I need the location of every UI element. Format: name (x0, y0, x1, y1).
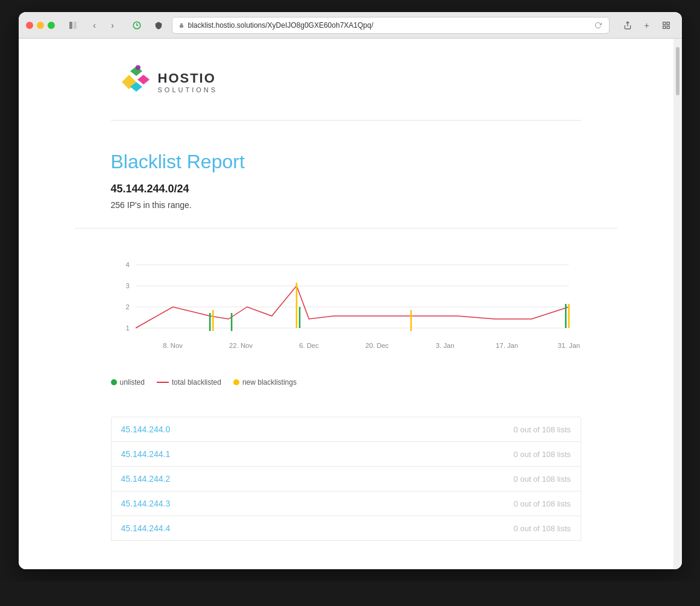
total-blacklisted-line (157, 382, 169, 383)
ip-link[interactable]: 45.144.244.4 (121, 523, 171, 533)
unlisted-label: unlisted (120, 378, 145, 387)
ip-count: 256 IP's in this range. (111, 200, 581, 210)
tab-overview-button[interactable] (658, 17, 675, 34)
ip-status: 0 out of 108 lists (514, 499, 571, 508)
chart-section: 4 3 2 1 (111, 241, 581, 399)
refresh-button[interactable] (128, 17, 145, 34)
browser-window: ‹ › blacklist.hostio.solutions/XyDeIJO8g… (19, 12, 682, 569)
ip-link[interactable]: 45.144.244.3 (121, 499, 171, 508)
traffic-lights (26, 22, 55, 29)
svg-rect-0 (69, 22, 72, 29)
page-content: HOSTIO SOLUTIONS Blacklist Report 45.144… (75, 39, 617, 564)
legend-unlisted: unlisted (111, 378, 145, 387)
svg-text:3. Jan: 3. Jan (435, 342, 454, 349)
legend-new-blacklistings: new blacklistings (233, 378, 297, 387)
scrollbar[interactable] (673, 39, 682, 569)
browser-titlebar: ‹ › blacklist.hostio.solutions/XyDeIJO8g… (19, 12, 682, 39)
url-text: blacklist.hostio.solutions/XyDeIJO8g0GXE… (188, 21, 374, 30)
svg-text:1: 1 (125, 324, 129, 332)
reload-url-button[interactable] (593, 21, 603, 30)
sidebar-toggle-button[interactable] (65, 17, 81, 34)
svg-rect-5 (667, 22, 669, 24)
svg-rect-7 (667, 26, 669, 28)
svg-text:17. Jan: 17. Jan (496, 342, 518, 349)
ip-row: 45.144.244.10 out of 108 lists (111, 441, 581, 467)
new-blacklistings-dot (233, 379, 239, 385)
shield-button[interactable] (150, 17, 167, 34)
logo-text: HOSTIO SOLUTIONS (158, 71, 218, 93)
report-header: Blacklist Report 45.144.244.0/24 256 IP'… (111, 151, 581, 210)
ip-status: 0 out of 108 lists (514, 475, 571, 484)
maximize-button[interactable] (48, 22, 55, 29)
ip-link[interactable]: 45.144.244.2 (121, 474, 171, 484)
svg-point-12 (136, 65, 140, 70)
toolbar-right: + (619, 17, 675, 34)
lock-icon (178, 22, 184, 28)
new-tab-button[interactable]: + (639, 17, 655, 34)
report-title: Blacklist Report (111, 151, 581, 173)
logo-container: HOSTIO SOLUTIONS (111, 63, 581, 102)
svg-text:22. Nov: 22. Nov (229, 342, 253, 349)
logo-graphic (111, 63, 153, 102)
minimize-button[interactable] (37, 22, 44, 29)
ip-list: 45.144.244.00 out of 108 lists45.144.244… (111, 417, 581, 541)
svg-text:6. Dec: 6. Dec (299, 342, 319, 349)
total-blacklisted-label: total blacklisted (172, 378, 221, 387)
share-button[interactable] (619, 17, 636, 34)
svg-rect-6 (663, 26, 665, 28)
svg-rect-1 (74, 22, 77, 29)
browser-content[interactable]: HOSTIO SOLUTIONS Blacklist Report 45.144… (19, 39, 673, 569)
chart-svg: 4 3 2 1 (111, 253, 581, 373)
legend-total-blacklisted: total blacklisted (157, 378, 221, 387)
browser-content-wrapper: HOSTIO SOLUTIONS Blacklist Report 45.144… (19, 39, 682, 569)
back-button[interactable]: ‹ (86, 17, 103, 34)
scrollbar-thumb[interactable] (676, 47, 680, 95)
close-button[interactable] (26, 22, 33, 29)
nav-buttons: ‹ › (86, 17, 121, 34)
ip-status: 0 out of 108 lists (514, 425, 571, 434)
logo-area: HOSTIO SOLUTIONS (111, 63, 581, 121)
logo-solutions: SOLUTIONS (158, 86, 218, 93)
ip-row: 45.144.244.30 out of 108 lists (111, 491, 581, 516)
svg-text:4: 4 (125, 261, 129, 268)
unlisted-dot (111, 379, 117, 385)
ip-row: 45.144.244.20 out of 108 lists (111, 466, 581, 491)
ip-row: 45.144.244.00 out of 108 lists (111, 417, 581, 442)
ip-link[interactable]: 45.144.244.1 (121, 449, 171, 459)
address-bar[interactable]: blacklist.hostio.solutions/XyDeIJO8g0GXE… (172, 17, 610, 34)
ip-row: 45.144.244.40 out of 108 lists (111, 516, 581, 541)
new-blacklistings-label: new blacklistings (242, 378, 297, 387)
forward-button[interactable]: › (104, 17, 121, 34)
ip-status: 0 out of 108 lists (514, 524, 571, 533)
ip-status: 0 out of 108 lists (514, 450, 571, 459)
chart-legend: unlisted total blacklisted new blacklist… (111, 378, 581, 387)
section-divider (75, 228, 617, 229)
svg-text:8. Nov: 8. Nov (163, 342, 183, 349)
svg-text:2: 2 (125, 303, 129, 311)
svg-text:3: 3 (125, 282, 129, 289)
ip-link[interactable]: 45.144.244.0 (121, 425, 171, 434)
svg-rect-4 (663, 22, 665, 24)
svg-marker-10 (137, 75, 150, 84)
ip-range: 45.144.244.0/24 (111, 183, 581, 195)
svg-text:20. Dec: 20. Dec (365, 342, 388, 349)
logo-hostio: HOSTIO (158, 71, 218, 86)
svg-text:31. Jan: 31. Jan (557, 342, 579, 349)
chart-container: 4 3 2 1 (111, 253, 581, 373)
